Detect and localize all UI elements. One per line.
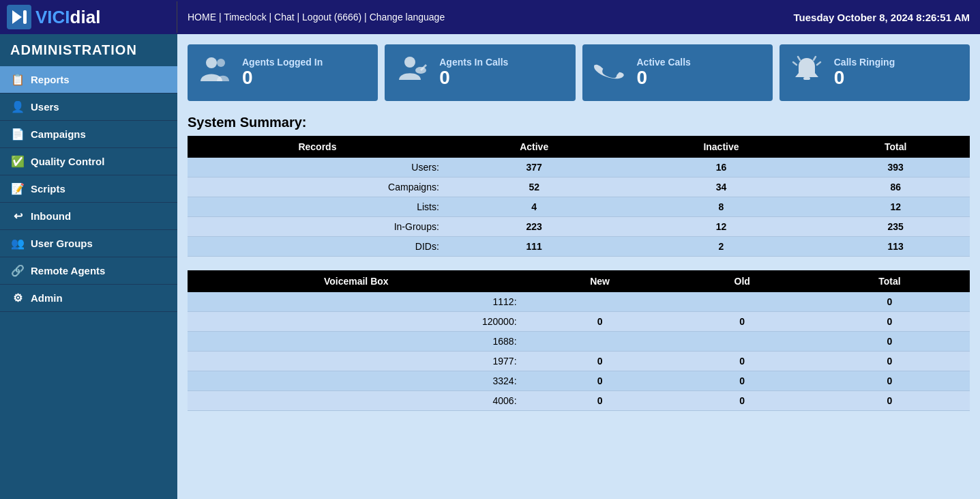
active-calls-info: Active Calls 0 bbox=[637, 57, 691, 89]
ss-header: Active bbox=[447, 136, 621, 158]
sidebar-nav: 📋Reports👤Users📄Campaigns✅Quality Control… bbox=[0, 66, 177, 312]
table-row: 120000:000 bbox=[188, 312, 970, 332]
table-row: 4006:000 bbox=[188, 391, 970, 411]
sidebar-title: ADMINISTRATION bbox=[0, 34, 177, 66]
agents-logged-in-label: Agents Logged In bbox=[242, 57, 323, 68]
stat-card-calls-ringing: Calls Ringing 0 bbox=[779, 44, 970, 101]
ss-row-active: 111 bbox=[447, 237, 621, 257]
calls-ringing-info: Calls Ringing 0 bbox=[834, 57, 895, 89]
svg-rect-2 bbox=[23, 10, 27, 24]
sidebar-item-users[interactable]: 👤Users bbox=[0, 94, 177, 121]
active-calls-value: 0 bbox=[637, 68, 691, 89]
svg-line-11 bbox=[798, 57, 800, 60]
ss-header: Records bbox=[188, 136, 447, 158]
active-calls-label: Active Calls bbox=[637, 57, 691, 68]
vm-row-box: 1977: bbox=[188, 352, 525, 371]
sidebar-icon-scripts: 📝 bbox=[10, 182, 25, 195]
svg-point-3 bbox=[206, 57, 217, 68]
calls-ringing-icon bbox=[790, 53, 824, 93]
vm-row-box: 3324: bbox=[188, 371, 525, 391]
table-row: DIDs:1112113 bbox=[188, 237, 970, 257]
vm-row-new: 0 bbox=[525, 391, 675, 411]
calls-ringing-value: 0 bbox=[834, 68, 895, 89]
vm-row-box: 120000: bbox=[188, 312, 525, 332]
sidebar-item-reports[interactable]: 📋Reports bbox=[0, 66, 177, 94]
sidebar-label-inbound: Inbound bbox=[31, 210, 71, 222]
svg-line-12 bbox=[814, 57, 816, 60]
sidebar-item-inbound[interactable]: ↩Inbound bbox=[0, 203, 177, 230]
vm-row-old bbox=[675, 292, 810, 312]
main-content: Agents Logged In 0 Agents In Calls 0 Act… bbox=[177, 34, 980, 499]
sidebar-icon-reports: 📋 bbox=[10, 73, 25, 86]
sidebar-item-campaigns[interactable]: 📄Campaigns bbox=[0, 121, 177, 148]
svg-line-9 bbox=[793, 62, 797, 65]
stat-card-agents-logged-in: Agents Logged In 0 bbox=[188, 44, 378, 101]
table-row: 1112:0 bbox=[188, 292, 970, 312]
agents-in-calls-icon bbox=[395, 53, 429, 93]
sidebar-item-admin[interactable]: ⚙Admin bbox=[0, 285, 177, 312]
vm-row-old bbox=[675, 332, 810, 352]
ss-row-active: 4 bbox=[447, 197, 621, 217]
vm-row-old: 0 bbox=[675, 312, 810, 332]
sidebar-label-admin: Admin bbox=[31, 292, 63, 304]
ss-row-label: Campaigns: bbox=[188, 177, 447, 197]
ss-row-label: Users: bbox=[188, 158, 447, 177]
sidebar-item-quality-control[interactable]: ✅Quality Control bbox=[0, 148, 177, 175]
ss-row-inactive: 2 bbox=[621, 237, 822, 257]
vm-row-total: 0 bbox=[810, 391, 970, 411]
ss-row-inactive: 16 bbox=[621, 158, 822, 177]
nav-links[interactable]: HOME | Timeclock | Chat | Logout (6666) … bbox=[177, 12, 794, 23]
sidebar-label-campaigns: Campaigns bbox=[31, 128, 86, 140]
stat-card-agents-in-calls: Agents In Calls 0 bbox=[385, 44, 575, 101]
ss-row-total: 235 bbox=[821, 217, 970, 237]
table-row: 1688:0 bbox=[188, 332, 970, 352]
svg-point-5 bbox=[404, 57, 415, 68]
stats-row: Agents Logged In 0 Agents In Calls 0 Act… bbox=[188, 44, 970, 101]
vm-header: New bbox=[525, 270, 675, 292]
sidebar-label-user-groups: User Groups bbox=[31, 238, 93, 249]
table-row: Campaigns:523486 bbox=[188, 177, 970, 197]
sidebar-icon-quality-control: ✅ bbox=[10, 155, 25, 168]
vm-row-box: 1688: bbox=[188, 332, 525, 352]
logo-icon bbox=[7, 5, 31, 29]
table-row: In-Groups:22312235 bbox=[188, 217, 970, 237]
ss-row-label: In-Groups: bbox=[188, 217, 447, 237]
sidebar-label-scripts: Scripts bbox=[31, 183, 65, 195]
vm-header: Old bbox=[675, 270, 810, 292]
system-summary-title: System Summary: bbox=[188, 115, 970, 130]
ss-row-total: 12 bbox=[821, 197, 970, 217]
vm-header: Total bbox=[810, 270, 970, 292]
stat-card-active-calls: Active Calls 0 bbox=[582, 44, 773, 101]
ss-row-active: 52 bbox=[447, 177, 621, 197]
vm-row-total: 0 bbox=[810, 352, 970, 371]
vm-row-new bbox=[525, 292, 675, 312]
ss-row-inactive: 34 bbox=[621, 177, 822, 197]
vm-header: Voicemail Box bbox=[188, 270, 525, 292]
sidebar-icon-user-groups: 👥 bbox=[10, 237, 25, 250]
svg-point-4 bbox=[217, 59, 225, 67]
vm-row-new: 0 bbox=[525, 312, 675, 332]
voicemail-table: Voicemail BoxNewOldTotal 1112:0120000:00… bbox=[188, 270, 970, 411]
vm-row-box: 4006: bbox=[188, 391, 525, 411]
ss-row-total: 393 bbox=[821, 158, 970, 177]
vm-row-box: 1112: bbox=[188, 292, 525, 312]
ss-row-inactive: 12 bbox=[621, 217, 822, 237]
vm-row-new bbox=[525, 332, 675, 352]
vm-row-old: 0 bbox=[675, 371, 810, 391]
sidebar-item-remote-agents[interactable]: 🔗Remote Agents bbox=[0, 257, 177, 285]
sidebar-icon-admin: ⚙ bbox=[10, 291, 25, 304]
ss-row-active: 223 bbox=[447, 217, 621, 237]
table-row: Lists:4812 bbox=[188, 197, 970, 217]
sidebar-item-user-groups[interactable]: 👥User Groups bbox=[0, 230, 177, 257]
sidebar-item-scripts[interactable]: 📝Scripts bbox=[0, 175, 177, 203]
sidebar-icon-users: 👤 bbox=[10, 100, 25, 113]
vm-row-old: 0 bbox=[675, 391, 810, 411]
sidebar-icon-inbound: ↩ bbox=[10, 210, 25, 223]
vm-row-new: 0 bbox=[525, 352, 675, 371]
agents-in-calls-value: 0 bbox=[439, 68, 508, 89]
ss-row-active: 377 bbox=[447, 158, 621, 177]
agents-logged-in-icon bbox=[198, 53, 232, 93]
ss-row-total: 113 bbox=[821, 237, 970, 257]
table-row: Users:37716393 bbox=[188, 158, 970, 177]
vm-row-total: 0 bbox=[810, 371, 970, 391]
